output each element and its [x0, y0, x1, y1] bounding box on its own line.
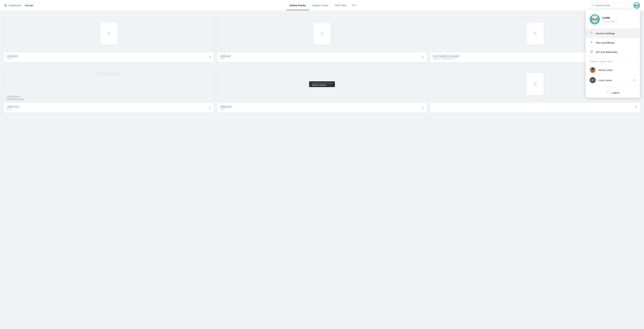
svg-point-8 [636, 5, 636, 6]
preview-form-icon: ☰ [533, 31, 537, 36]
svg-point-12 [592, 15, 598, 18]
menu-section: Account Settings Plan and Billings [586, 29, 640, 57]
preview-form-icon: ☰ [107, 31, 111, 36]
form-card[interactable]: ☰ untitled.pdf 4 Oct ☷ [4, 15, 214, 62]
more-options-button[interactable]: ••• [350, 0, 358, 10]
card-title: untitled.pdf [220, 55, 422, 57]
card-preview [4, 65, 214, 103]
card-preview: ☰ [4, 15, 214, 52]
header-right [589, 2, 640, 9]
card-preview [217, 65, 427, 103]
logout-section: Logout [586, 87, 640, 98]
profile-name: Luna [602, 16, 636, 19]
svg-point-26 [591, 68, 594, 70]
luna-team-item[interactable]: LT Luna's team ✓ [586, 75, 640, 85]
verriy-team-avatar [590, 67, 596, 73]
card-info: untitled form 5 Oct ☷ [217, 103, 427, 113]
search-box[interactable] [589, 2, 632, 8]
grid-icon [590, 50, 594, 54]
card-date: 5 Oct [7, 108, 209, 110]
svg-point-4 [635, 3, 638, 5]
card-type-icon: ☷ [422, 106, 424, 109]
card-date: 4 Oct [220, 58, 422, 60]
card-type-icon: ☷ [422, 56, 424, 59]
api-webhooks-item[interactable]: API and Webhooks [586, 47, 640, 57]
svg-point-19 [591, 42, 592, 42]
form-card[interactable]: untitled form 5 Oct ☷ [4, 65, 214, 113]
forms-grid: ☰ untitled.pdf 4 Oct ☷ ☰ untitled.pdf 4 … [0, 11, 644, 117]
home-icon[interactable] [4, 3, 7, 7]
verriy-team-name: Verriy's team [598, 69, 636, 71]
active-team-checkmark: ✓ [633, 78, 636, 82]
logout-button[interactable]: Logout [586, 88, 640, 97]
breadcrumb: Dashboard › Sample [4, 3, 33, 7]
card-info: untitled.pdf 4 Oct ☷ [4, 52, 214, 62]
card-type-icon: ☷ [209, 56, 211, 59]
verriy-team-item[interactable]: Verriy's team [586, 65, 640, 75]
svg-point-0 [592, 4, 593, 5]
breadcrumb-separator: › [22, 4, 23, 7]
account-settings-label: Account Settings [596, 32, 615, 35]
card-title: untitled form [220, 105, 422, 108]
svg-point-30 [593, 70, 594, 70]
current-page: Sample [24, 4, 33, 7]
card-type-icon: ☷ [635, 105, 637, 109]
form-card[interactable]: ☰ untitled.pdf 4 Oct ☷ [217, 15, 427, 62]
luna-team-avatar: LT [590, 77, 596, 83]
card-info: untitled.pdf 4 Oct ☷ [217, 52, 427, 62]
api-webhooks-label: API and Webhooks [596, 51, 618, 53]
dropdown-profile: Luna ••••••••••••@•••• [586, 10, 640, 29]
svg-line-1 [593, 5, 594, 6]
profile-avatar [590, 14, 600, 24]
profile-info: Luna ••••••••••••@•••• [602, 16, 636, 23]
card-preview: ☰ [217, 15, 427, 52]
search-input[interactable] [595, 4, 629, 7]
svg-rect-21 [592, 50, 593, 51]
switch-team-label: Switch to another team [586, 59, 640, 65]
search-icon [591, 4, 594, 7]
profile-email: ••••••••••••@•••• [602, 20, 636, 23]
plan-billings-label: Plan and Billings [596, 41, 614, 44]
card-info: untitled form 5 Oct ☷ [4, 103, 214, 113]
svg-rect-22 [590, 52, 591, 53]
dashboard-link[interactable]: Dashboard [8, 4, 21, 7]
svg-rect-20 [590, 50, 591, 51]
svg-point-9 [638, 5, 638, 6]
plan-billings-item[interactable]: Plan and Billings [586, 38, 640, 47]
card-title: untitled.pdf [7, 55, 209, 57]
dark-preview [309, 81, 335, 87]
card-info: ☷ [430, 103, 640, 111]
tab-pdf-files[interactable]: PDF Files [332, 0, 350, 10]
svg-point-18 [591, 32, 592, 33]
account-settings-item[interactable]: Account Settings [586, 29, 640, 38]
svg-point-29 [592, 70, 592, 70]
avatar [634, 2, 640, 9]
svg-rect-23 [592, 52, 593, 53]
preview-form-icon: ☰ [320, 31, 324, 36]
svg-point-17 [596, 19, 596, 20]
header: Dashboard › Sample Online Forms Master F… [0, 0, 644, 11]
nav-tabs: Online Forms Master Forms PDF Files ••• [286, 0, 358, 10]
preview-form-icon: ☰ [533, 82, 537, 87]
rocket-icon [590, 41, 594, 45]
luna-team-initials: LT [592, 79, 594, 81]
user-avatar-button[interactable] [634, 2, 640, 9]
tab-master-forms[interactable]: Master Forms [309, 0, 332, 10]
luna-team-name: Luna's team [598, 79, 631, 82]
card-date: 4 Oct [7, 58, 209, 60]
card-title: untitled form [7, 105, 209, 108]
tab-online-forms[interactable]: Online Forms [286, 0, 309, 10]
person-icon [590, 31, 594, 35]
card-date: 5 Oct [220, 108, 422, 110]
user-dropdown-menu: Luna ••••••••••••@•••• Account Settings [586, 10, 640, 98]
switch-team-section: Switch to another team Verriy's team LT [586, 57, 640, 87]
card-type-icon: ☷ [209, 106, 211, 109]
form-card[interactable]: untitled form 5 Oct ☷ [217, 65, 427, 113]
logout-icon [606, 91, 609, 94]
svg-point-16 [593, 19, 594, 20]
logout-label: Logout [612, 91, 619, 94]
